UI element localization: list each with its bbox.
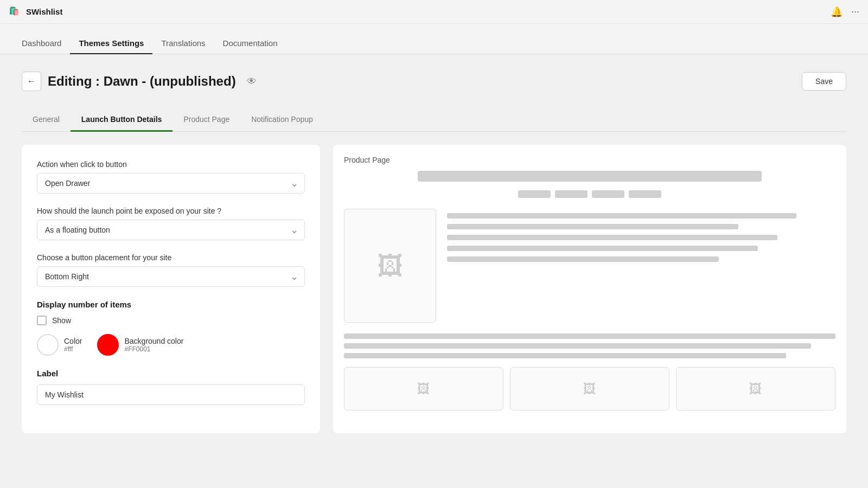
placement-select[interactable]: Bottom Right [37, 266, 305, 287]
preview-nav [344, 190, 835, 198]
label-group: Label [37, 369, 305, 405]
main-content: ← Editing : Dawn - (unpublished) 👁 Save … [0, 54, 868, 488]
preview-product-image: 🖼 [344, 209, 436, 323]
preview-detail-line-5 [447, 256, 719, 262]
exposure-label: How should the launch point be exposed o… [37, 207, 305, 215]
color-title: Color [64, 337, 82, 345]
right-panel: Product Page 🖼 [333, 145, 846, 433]
titlebar-right: 🔔 ··· [831, 6, 859, 18]
preview-nav-item-4 [629, 190, 661, 198]
preview-grid-item-1: 🖼 [344, 367, 503, 410]
action-label: Action when click to button [37, 160, 305, 169]
bg-color-info: Background color #FF0001 [124, 337, 183, 353]
nav-tab-dashboard[interactable]: Dashboard [13, 33, 70, 54]
preview-grid-icon-3: 🖼 [749, 381, 762, 396]
preview-bottom-lines [344, 333, 835, 358]
display-items-group: Display number of items Show Color #fff [37, 300, 305, 356]
preview-grid-item-2: 🖼 [510, 367, 669, 410]
preview-header-bar [418, 171, 762, 182]
nav-tabs: Dashboard Themes Settings Translations D… [0, 24, 868, 54]
titlebar: 🛍️ SWishlist 🔔 ··· [0, 0, 868, 24]
left-panel: Action when click to button Open Drawer … [22, 145, 320, 433]
show-label: Show [52, 316, 71, 325]
nav-tab-translations[interactable]: Translations [152, 33, 214, 54]
nav-tab-documentation[interactable]: Documentation [214, 33, 286, 54]
preview-bottom-line-3 [344, 353, 786, 358]
more-icon[interactable]: ··· [851, 6, 859, 17]
preview-nav-item-3 [592, 190, 624, 198]
bg-color-title: Background color [124, 337, 183, 345]
preview-product-details [447, 209, 835, 323]
placement-select-wrapper: Bottom Right ⌄ [37, 266, 305, 287]
color-item: Color #fff [37, 334, 82, 356]
exposure-select-wrapper: As a floating button ⌄ [37, 220, 305, 240]
exposure-select[interactable]: As a floating button [37, 220, 305, 240]
sub-tab-notification-popup[interactable]: Notification Popup [240, 108, 324, 132]
preview-detail-line-3 [447, 235, 777, 240]
nav-tab-themes-settings[interactable]: Themes Settings [70, 33, 152, 54]
eye-icon[interactable]: 👁 [247, 76, 257, 87]
bg-color-item: Background color #FF0001 [97, 334, 183, 356]
color-swatch[interactable] [37, 334, 59, 356]
preview-nav-item-2 [555, 190, 588, 198]
titlebar-left: 🛍️ SWishlist [9, 5, 62, 18]
label-section-title: Label [37, 369, 305, 378]
preview-grid: 🖼 🖼 🖼 [344, 367, 835, 410]
color-info: Color #fff [64, 337, 82, 353]
preview-bottom-line-2 [344, 343, 811, 349]
preview-grid-icon-1: 🖼 [417, 381, 430, 396]
preview-detail-line-2 [447, 224, 738, 229]
preview-nav-item-1 [518, 190, 551, 198]
editing-title: Editing : Dawn - (unpublished) [48, 74, 236, 89]
notification-icon[interactable]: 🔔 [831, 6, 843, 18]
header-row: ← Editing : Dawn - (unpublished) 👁 Save [22, 72, 846, 91]
preview-product: 🖼 [344, 209, 835, 323]
bg-color-hex: #FF0001 [124, 345, 183, 353]
exposure-group: How should the launch point be exposed o… [37, 207, 305, 240]
bg-color-swatch[interactable] [97, 334, 119, 356]
app-icon: 🛍️ [9, 5, 22, 18]
label-input[interactable] [37, 384, 305, 405]
preview-detail-line-4 [447, 246, 758, 251]
preview-bottom-line-1 [344, 333, 835, 339]
preview-grid-item-3: 🖼 [676, 367, 835, 410]
sub-tab-general[interactable]: General [22, 108, 71, 132]
show-checkbox[interactable] [37, 316, 47, 325]
action-select[interactable]: Open Drawer [37, 173, 305, 194]
app-title: SWishlist [26, 7, 62, 16]
display-items-label: Display number of items [37, 300, 305, 309]
preview-grid-icon-2: 🖼 [583, 381, 596, 396]
header-left: ← Editing : Dawn - (unpublished) 👁 [22, 72, 257, 91]
preview-image-icon: 🖼 [377, 251, 403, 281]
action-group: Action when click to button Open Drawer … [37, 160, 305, 194]
sub-tab-launch-button-details[interactable]: Launch Button Details [71, 108, 173, 132]
two-col-layout: Action when click to button Open Drawer … [22, 145, 846, 433]
action-select-wrapper: Open Drawer ⌄ [37, 173, 305, 194]
back-button[interactable]: ← [22, 72, 41, 91]
sub-tab-product-page[interactable]: Product Page [173, 108, 240, 132]
preview-page-label: Product Page [344, 156, 835, 164]
color-hex: #fff [64, 345, 82, 353]
placement-label: Choose a button placement for your site [37, 253, 305, 262]
placement-group: Choose a button placement for your site … [37, 253, 305, 287]
preview-detail-line-1 [447, 213, 796, 219]
sub-tabs: General Launch Button Details Product Pa… [22, 108, 846, 132]
save-button[interactable]: Save [802, 72, 846, 91]
show-checkbox-row: Show [37, 316, 305, 325]
color-row: Color #fff Background color #FF0001 [37, 334, 305, 356]
